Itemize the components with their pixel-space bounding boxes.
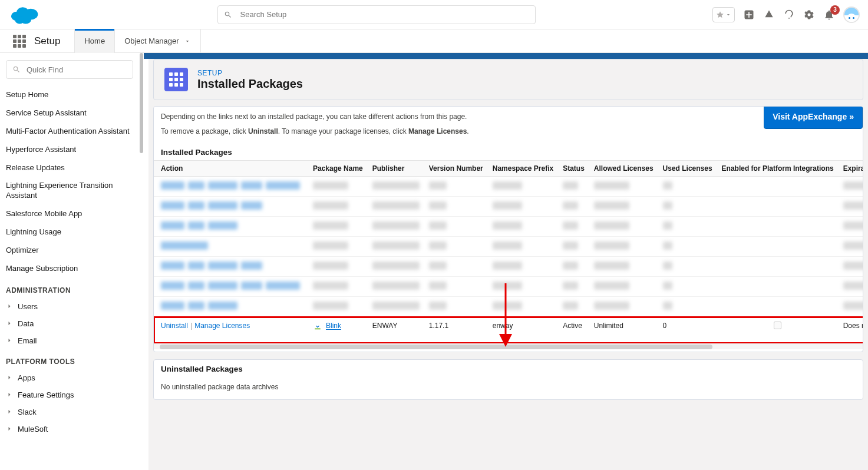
salesforce-logo[interactable]	[9, 4, 40, 25]
setup-sidebar: Setup HomeService Setup AssistantMulti-F…	[0, 53, 139, 470]
chevron-right-icon	[6, 425, 13, 432]
sidebar-item[interactable]: Optimizer	[6, 241, 133, 260]
sidebar-item-label: Apps	[18, 373, 35, 382]
chevron-down-icon	[725, 12, 731, 18]
trailhead-icon[interactable]	[763, 9, 775, 21]
installed-section-title: Installed Packages	[154, 143, 863, 160]
content: SETUP Installed Packages Visit AppExchan…	[144, 53, 868, 470]
sidebar-item[interactable]: Data	[6, 315, 133, 332]
sidebar-item[interactable]: Email	[6, 332, 133, 349]
table-row	[154, 297, 863, 317]
sidebar-item[interactable]: Release Updates	[6, 159, 133, 177]
publisher-cell: ENWAY	[368, 317, 424, 343]
table-row	[154, 177, 863, 197]
user-avatar[interactable]	[843, 6, 860, 23]
table-row	[154, 257, 863, 277]
sidebar-item[interactable]: Salesforce Mobile App	[6, 205, 133, 223]
global-header: 3	[0, 0, 868, 29]
sidebar-item[interactable]: Multi-Factor Authentication Assistant	[6, 123, 133, 141]
installed-packages-panel: Visit AppExchange» Depending on the link…	[153, 106, 863, 352]
chevron-right-icon	[6, 374, 13, 381]
sidebar-item-label: MuleSoft	[18, 425, 48, 433]
table-row	[154, 237, 863, 257]
sidebar-scrollbar[interactable]	[139, 53, 144, 470]
manage-licenses-link[interactable]: Manage Licenses	[194, 322, 250, 330]
installed-packages-table: ActionPackage NamePublisherVersion Numbe…	[154, 160, 863, 343]
tab-home[interactable]: Home	[74, 29, 114, 53]
status-cell: Active	[558, 317, 589, 343]
tab-object-manager-label: Object Manager	[124, 37, 179, 45]
notifications-button[interactable]: 3	[823, 9, 835, 21]
gear-icon[interactable]	[803, 9, 815, 21]
scrollbar-thumb[interactable]	[140, 53, 143, 153]
visit-appexchange-button[interactable]: Visit AppExchange»	[764, 106, 863, 129]
sidebar-item[interactable]: Users	[6, 298, 133, 315]
raquo-icon: »	[849, 112, 854, 121]
page-header-icon	[164, 68, 188, 91]
sidebar-item[interactable]: Slack	[6, 403, 133, 421]
tab-home-label: Home	[84, 37, 105, 45]
tab-object-manager[interactable]: Object Manager	[114, 29, 201, 53]
global-search[interactable]	[217, 5, 536, 24]
quick-find-input[interactable]	[27, 65, 127, 74]
quick-find[interactable]	[6, 60, 133, 79]
sidebar-item[interactable]: Service Setup Assistant	[6, 104, 133, 123]
allowed-cell: Unlimited	[589, 317, 658, 343]
horizontal-scrollbar[interactable]	[154, 343, 863, 349]
table-row	[154, 217, 863, 237]
global-search-input[interactable]	[240, 10, 529, 19]
table-header: Used Licenses	[658, 161, 717, 177]
table-header: Version Number	[424, 161, 488, 177]
sidebar-item[interactable]: Hyperforce Assistant	[6, 141, 133, 159]
package-name-link[interactable]: Blink	[326, 322, 341, 330]
intro-line-1: Depending on the links next to an instal…	[161, 111, 856, 123]
sidebar-item-label: Slack	[18, 408, 37, 416]
table-header: Publisher	[368, 161, 424, 177]
table-header-row: ActionPackage NamePublisherVersion Numbe…	[154, 161, 863, 177]
intro-line-2: To remove a package, click Uninstall. To…	[161, 126, 856, 137]
help-icon[interactable]	[783, 9, 795, 21]
table-header: Expiration Date	[839, 161, 863, 177]
namespace-cell: enway	[488, 317, 558, 343]
chevron-down-icon	[184, 38, 191, 45]
sidebar-item-label: Data	[18, 319, 34, 328]
version-cell: 1.17.1	[424, 317, 488, 343]
table-header: Package Name	[308, 161, 368, 177]
uninstalled-section-title: Uninstalled Packages	[154, 360, 863, 377]
app-launcher-icon[interactable]	[13, 35, 26, 48]
sidebar-item[interactable]: Manage Subscription	[6, 260, 133, 278]
table-header: Allowed Licenses	[589, 161, 658, 177]
search-icon	[12, 65, 21, 74]
platform-integrations-checkbox[interactable]	[774, 322, 781, 329]
chevron-right-icon	[6, 337, 13, 344]
sidebar-item[interactable]: Apps	[6, 369, 133, 386]
visit-appexchange-label: Visit AppExchange	[773, 112, 847, 121]
notification-badge: 3	[830, 5, 840, 15]
table-header: Status	[558, 161, 589, 177]
sidebar-item[interactable]: Lightning Usage	[6, 223, 133, 241]
svg-rect-6	[315, 329, 320, 330]
context-bar: Setup Home Object Manager	[0, 29, 868, 53]
table-header: Action	[154, 161, 308, 177]
chevron-right-icon	[6, 391, 13, 398]
table-scroll: ActionPackage NamePublisherVersion Numbe…	[154, 160, 863, 343]
download-icon	[313, 322, 322, 331]
sidebar-item-label: Feature Settings	[18, 390, 74, 399]
sidebar-item[interactable]: Setup Home	[6, 86, 133, 104]
sidebar-item-label: Email	[18, 336, 37, 345]
main-area: Setup HomeService Setup AssistantMulti-F…	[0, 53, 868, 470]
page-header: SETUP Installed Packages	[153, 59, 863, 100]
expiration-cell: Does not Expire	[839, 317, 863, 343]
favorites-button[interactable]	[712, 7, 735, 22]
scrollbar-thumb[interactable]	[160, 345, 712, 349]
sidebar-heading: ADMINISTRATION	[6, 278, 133, 298]
table-header: Namespace Prefix	[488, 161, 558, 177]
sidebar-item[interactable]: Lightning Experience Transition Assistan…	[6, 177, 133, 205]
add-icon[interactable]	[743, 9, 755, 21]
uninstalled-packages-panel: Uninstalled Packages No uninstalled pack…	[153, 359, 863, 400]
uninstall-link[interactable]: Uninstall	[161, 322, 188, 330]
search-icon	[224, 11, 232, 19]
panel-intro: Visit AppExchange» Depending on the link…	[154, 107, 863, 143]
sidebar-item[interactable]: MuleSoft	[6, 421, 133, 438]
sidebar-item[interactable]: Feature Settings	[6, 386, 133, 403]
